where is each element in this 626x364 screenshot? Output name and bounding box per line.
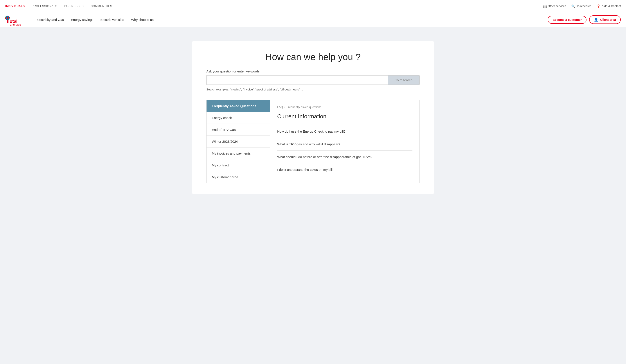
nav-energy-savings[interactable]: Energy savings <box>71 18 93 22</box>
nav-professionals[interactable]: PROFESSIONALS <box>32 4 57 8</box>
aide-contact-link[interactable]: ❓ Aide & Contact <box>597 4 621 8</box>
faq-main-title: Current Information <box>277 113 412 120</box>
faq-sidebar: Frequently Asked Questions Energy check … <box>206 100 270 183</box>
sidebar-item-faq[interactable]: Frequently Asked Questions <box>206 100 270 112</box>
to-research-link[interactable]: 🔍 To research <box>571 4 591 8</box>
main-nav-right-buttons: Become a customer 👤 Client area <box>548 15 621 24</box>
faq-section: Frequently Asked Questions Energy check … <box>206 100 420 183</box>
search-example-invoice[interactable]: Invoice <box>244 88 253 91</box>
breadcrumb: FAQ › Frequently asked questions <box>277 105 412 109</box>
client-area-button[interactable]: 👤 Client area <box>589 15 621 24</box>
search-example-moving[interactable]: moving <box>231 88 240 91</box>
help-title: How can we help you ? <box>206 52 420 62</box>
client-area-label: Client area <box>600 18 616 22</box>
nav-communities[interactable]: COMMUNITIES <box>91 4 112 8</box>
help-icon: ❓ <box>597 4 600 8</box>
user-icon: 👤 <box>594 18 598 22</box>
become-customer-button[interactable]: Become a customer <box>548 16 587 24</box>
nav-electric-vehicles[interactable]: Electric vehicles <box>101 18 124 22</box>
logo-link[interactable]: T otal Energies <box>5 14 29 26</box>
search-input[interactable] <box>206 75 388 85</box>
sidebar-item-energy-check[interactable]: Energy check <box>206 112 270 124</box>
top-nav-right: Other services 🔍 To research ❓ Aide & Co… <box>544 4 621 8</box>
search-button[interactable]: To research <box>388 75 420 85</box>
search-icon: 🔍 <box>571 4 575 8</box>
sidebar-item-winter[interactable]: Winter 2023/2024 <box>206 136 270 148</box>
help-container: How can we help you ? Ask your question … <box>192 41 434 194</box>
nav-why-choose-us[interactable]: Why choose us <box>131 18 154 22</box>
top-nav-links: INDIVIDUALS PROFESSIONALS BUSINESSES COM… <box>5 4 112 8</box>
page-main: How can we help you ? Ask your question … <box>0 27 626 214</box>
faq-question-2[interactable]: What is TRV gas and why will it disappea… <box>277 138 412 151</box>
search-examples-suffix: ... <box>301 88 303 91</box>
aide-contact-label: Aide & Contact <box>602 4 621 8</box>
faq-question-1[interactable]: How do I use the Energy Check to pay my … <box>277 125 412 138</box>
main-nav-links: Electricity and Gas Energy savings Elect… <box>37 18 548 22</box>
search-example-proof[interactable]: proof of address <box>256 88 277 91</box>
sidebar-item-invoices[interactable]: My invoices and payments <box>206 148 270 159</box>
other-services-label: Other services <box>548 4 566 8</box>
sidebar-item-contract[interactable]: My contract <box>206 159 270 171</box>
breadcrumb-separator: › <box>284 105 285 109</box>
other-services-link[interactable]: Other services <box>544 4 566 8</box>
breadcrumb-current: Frequently asked questions <box>286 105 321 109</box>
faq-main: FAQ › Frequently asked questions Current… <box>270 100 420 183</box>
top-nav: INDIVIDUALS PROFESSIONALS BUSINESSES COM… <box>0 0 626 12</box>
search-label: Ask your question or enter keywords <box>206 69 420 73</box>
nav-businesses[interactable]: BUSINESSES <box>64 4 84 8</box>
totalenergies-logo: T otal Energies <box>5 14 29 26</box>
svg-text:Energies: Energies <box>10 23 21 26</box>
nav-individuals[interactable]: INDIVIDUALS <box>5 4 25 8</box>
main-nav: T otal Energies Electricity and Gas Ener… <box>0 12 626 27</box>
grid-icon <box>544 5 547 8</box>
faq-question-4[interactable]: I don't understand the taxes on my bill <box>277 163 412 176</box>
sidebar-item-end-of-trv[interactable]: End of TRV Gas <box>206 124 270 136</box>
to-research-label: To research <box>576 4 591 8</box>
nav-electricity-gas[interactable]: Electricity and Gas <box>37 18 64 22</box>
search-examples-prefix: Search examples: <box>206 88 229 91</box>
search-row: To research <box>206 75 420 85</box>
search-examples: Search examples: "moving", "Invoice", "p… <box>206 88 420 91</box>
faq-question-3[interactable]: What should I do before or after the dis… <box>277 151 412 163</box>
search-example-offpeak[interactable]: off-peak hours <box>281 88 299 91</box>
sidebar-item-customer-area[interactable]: My customer area <box>206 171 270 183</box>
breadcrumb-faq-link[interactable]: FAQ <box>277 105 283 109</box>
